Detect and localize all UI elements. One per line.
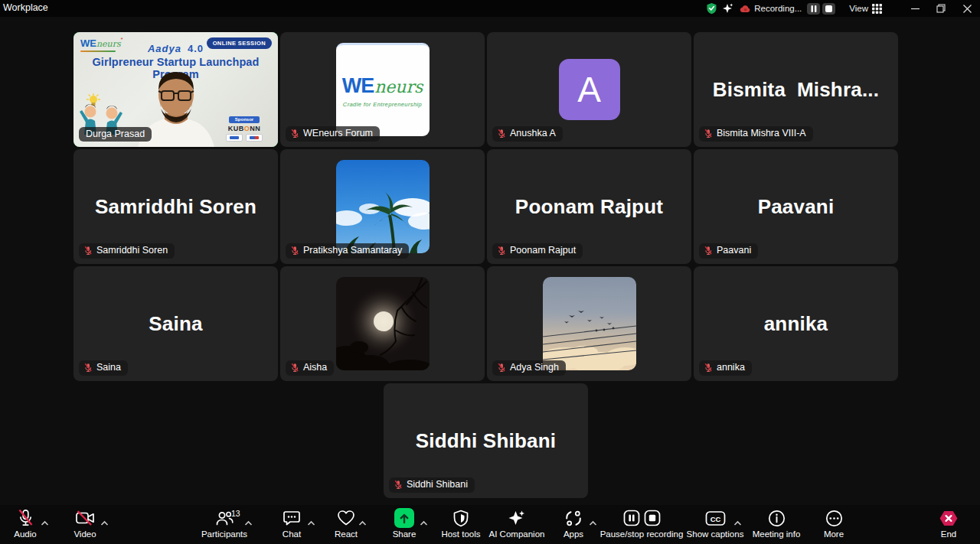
muted-mic-icon bbox=[497, 246, 506, 256]
view-button-label[interactable]: View bbox=[849, 4, 868, 13]
weneurs-logo-avatar: WE neurs Cradle for Entrepreneurship bbox=[336, 43, 430, 136]
card-logo-neurs: neurs bbox=[374, 77, 423, 96]
video-tile-adya-singh[interactable]: Adya Singh bbox=[487, 266, 691, 381]
app-title: Workplace bbox=[3, 2, 48, 13]
participant-name: Saina bbox=[96, 363, 121, 373]
participant-name-badge: Adya Singh bbox=[492, 360, 566, 376]
participant-name-badge: WEneurs Forum bbox=[286, 126, 380, 142]
participant-name-badge: Poonam Rajput bbox=[492, 243, 583, 259]
video-tile-aisha[interactable]: Aisha bbox=[280, 266, 485, 381]
muted-mic-icon bbox=[290, 129, 299, 138]
title-bar: Workplace Recording... View bbox=[0, 0, 980, 17]
video-tile-pratikshya-samantaray[interactable]: Pratikshya Samantaray bbox=[280, 149, 485, 264]
close-window-button[interactable] bbox=[954, 0, 980, 17]
banner-edition-version: 4.0 bbox=[188, 43, 204, 54]
participant-name-badge: Pratikshya Samantaray bbox=[286, 243, 409, 259]
participant-name: Durga Prasad bbox=[86, 129, 145, 139]
pause-recording-button[interactable] bbox=[807, 3, 820, 15]
participant-name: Paavani bbox=[717, 246, 751, 256]
video-options-caret[interactable] bbox=[100, 516, 109, 529]
participant-name: Aisha bbox=[303, 363, 327, 373]
participant-name: Siddhi Shibani bbox=[407, 480, 468, 490]
zoom-meeting-window: Workplace Recording... View bbox=[0, 0, 980, 544]
recording-status-text: Recording... bbox=[754, 4, 802, 13]
video-grid: WEneurs* Aadya4.0 Girlpreneur Startup La… bbox=[74, 32, 898, 381]
online-session-badge: ONLINE SESSION bbox=[207, 37, 272, 49]
participant-name-badge: Siddhi Shibani bbox=[389, 477, 475, 493]
participant-name-badge: annika bbox=[699, 360, 752, 376]
video-tile-saina[interactable]: Saina Saina bbox=[74, 266, 278, 381]
stop-recording-icon[interactable] bbox=[644, 510, 661, 526]
participant-name-badge: Bismita Mishra VIII-A bbox=[699, 126, 813, 142]
participant-name: Anushka A bbox=[510, 129, 556, 138]
muted-mic-icon bbox=[497, 363, 506, 373]
security-shield-icon[interactable] bbox=[706, 0, 717, 17]
restore-window-button[interactable] bbox=[928, 0, 954, 17]
banner-logo-asterisk: * bbox=[121, 36, 123, 43]
muted-mic-icon bbox=[83, 246, 93, 256]
muted-mic-icon bbox=[497, 129, 506, 138]
participant-name-badge: Durga Prasad bbox=[79, 127, 152, 142]
video-tile-weneurs-forum[interactable]: WE neurs Cradle for Entrepreneurship WEn… bbox=[280, 32, 485, 147]
muted-mic-icon bbox=[704, 129, 713, 138]
participants-label: Participants bbox=[201, 529, 247, 539]
muted-mic-icon bbox=[704, 363, 713, 373]
participant-name-badge: Samriddhi Soren bbox=[79, 243, 175, 259]
card-logo-tagline: Cradle for Entrepreneurship bbox=[343, 101, 422, 108]
info-icon bbox=[768, 508, 786, 528]
camera-off-toolbar-icon bbox=[75, 508, 96, 528]
participant-name: Bismita Mishra VIII-A bbox=[717, 129, 806, 138]
participant-name: Pratikshya Samantaray bbox=[303, 246, 402, 256]
video-grid-last-row: Siddhi Shibani Siddhi Shibani bbox=[74, 383, 898, 498]
more-label: More bbox=[824, 529, 844, 539]
stop-recording-button[interactable] bbox=[822, 3, 835, 15]
video-label: Video bbox=[74, 529, 96, 539]
sponsor-label: Sponsor bbox=[229, 116, 260, 123]
video-tile-poonam-rajput[interactable]: Poonam Rajput Poonam Rajput bbox=[487, 149, 691, 264]
muted-mic-icon bbox=[83, 363, 93, 373]
video-tile-bismita-mishra[interactable]: Bismita Mishra... Bismita Mishra VIII-A bbox=[694, 32, 898, 147]
partner-logo-2 bbox=[246, 134, 263, 142]
ai-companion-sparkle-icon[interactable] bbox=[722, 0, 734, 17]
view-grid-icon[interactable] bbox=[872, 0, 882, 17]
muted-mic-icon bbox=[290, 363, 299, 373]
participant-name: Adya Singh bbox=[510, 363, 559, 373]
heart-react-icon bbox=[337, 508, 355, 528]
video-tile-annika[interactable]: annika annika bbox=[694, 266, 898, 381]
apps-label: Apps bbox=[564, 529, 583, 539]
video-tile-siddhi-shibani[interactable]: Siddhi Shibani Siddhi Shibani bbox=[384, 383, 588, 498]
participant-name: annika bbox=[717, 363, 745, 373]
video-tile-durga-prasad[interactable]: WEneurs* Aadya4.0 Girlpreneur Startup La… bbox=[74, 32, 278, 147]
video-tile-anushka-a[interactable]: A Anushka A bbox=[487, 32, 691, 147]
video-tile-paavani[interactable]: Paavani Paavani bbox=[694, 149, 898, 264]
participant-name-badge: Saina bbox=[79, 360, 128, 376]
participants-count-badge: 13 bbox=[231, 509, 240, 518]
banner-edition-name: Aadya bbox=[148, 43, 181, 54]
video-button[interactable]: Video bbox=[35, 508, 135, 539]
muted-mic-icon bbox=[290, 246, 299, 256]
participant-name-badge: Aisha bbox=[286, 360, 334, 376]
evening-sky-photo-avatar bbox=[543, 277, 636, 370]
muted-mic-icon bbox=[704, 246, 713, 256]
minimize-button[interactable] bbox=[902, 0, 928, 17]
more-ellipsis-icon bbox=[825, 508, 843, 528]
video-tile-samriddhi-soren[interactable]: Samriddhi Soren Samriddhi Soren bbox=[74, 149, 278, 264]
audio-label: Audio bbox=[14, 529, 36, 539]
end-hexagon-icon bbox=[939, 508, 959, 528]
end-meeting-button[interactable]: End bbox=[899, 508, 980, 539]
recording-cloud-icon bbox=[740, 0, 751, 17]
pause-recording-icon[interactable] bbox=[623, 510, 640, 526]
card-logo-we: WE bbox=[342, 74, 374, 98]
sky-palm-photo-avatar bbox=[336, 160, 430, 253]
participant-name: WEneurs Forum bbox=[303, 129, 373, 138]
participant-name-badge: Anushka A bbox=[492, 126, 563, 142]
meeting-toolbar: Audio Video Participants 13 Chat bbox=[0, 505, 980, 544]
participant-name: Samriddhi Soren bbox=[96, 246, 168, 256]
letter-avatar: A bbox=[559, 59, 620, 120]
closed-captions-icon: CC bbox=[705, 508, 726, 528]
more-button[interactable]: More bbox=[784, 508, 884, 539]
end-label: End bbox=[941, 529, 956, 539]
participant-name: Poonam Rajput bbox=[510, 246, 576, 256]
participant-name-badge: Paavani bbox=[699, 243, 758, 259]
muted-mic-toolbar-icon bbox=[17, 508, 34, 528]
